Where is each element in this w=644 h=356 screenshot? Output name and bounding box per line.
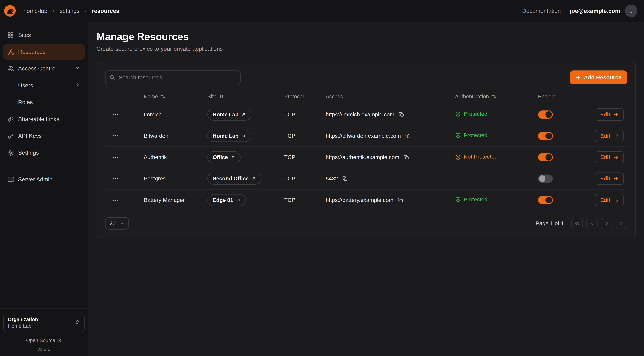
arrow-up-right-icon [242, 112, 246, 117]
arrow-up-right-icon [252, 176, 256, 181]
chevron-right-icon [75, 82, 80, 89]
edit-button[interactable]: Edit [595, 130, 624, 142]
breadcrumb-settings[interactable]: settings [60, 8, 80, 14]
sidebar-item-label: Users [18, 82, 33, 89]
sidebar-item-label: API Keys [18, 133, 42, 139]
site-link[interactable]: Edge 01 [208, 194, 246, 206]
enabled-toggle[interactable] [538, 196, 553, 204]
sort-icon [160, 94, 166, 99]
add-resource-label: Add Resource [584, 74, 622, 81]
search-input[interactable] [105, 70, 241, 84]
search-icon [109, 75, 115, 80]
sidebar-footer-divider [0, 308, 88, 309]
resource-name: Postgres [144, 176, 166, 182]
users-icon [8, 65, 14, 72]
table-footer: 20 Page 1 of 1 [105, 217, 627, 230]
row-actions-button[interactable] [110, 195, 122, 205]
sidebar-item-label: Roles [18, 99, 33, 106]
site-link[interactable]: Home Lab [208, 130, 251, 142]
row-actions-button[interactable] [110, 152, 122, 162]
sort-by-authentication-button[interactable]: Authentication [455, 94, 496, 100]
table-row: Authentik Office TCP https://authentik.e… [105, 146, 627, 168]
column-access: Access [326, 90, 455, 104]
user-email: joe@example.com [570, 8, 620, 14]
waypoints-icon [8, 48, 14, 55]
breadcrumb-separator-icon [83, 8, 88, 14]
table-row: Battery Manager Edge 01 TCP https://batt… [105, 189, 627, 210]
table-header-row: Name Site Protocol A [105, 90, 627, 104]
open-source-link[interactable]: Open Source [3, 338, 84, 343]
row-actions-button[interactable] [110, 131, 122, 141]
enabled-toggle[interactable] [538, 174, 553, 183]
sidebar-item-label: Server Admin [18, 176, 53, 183]
sidebar-item-sites[interactable]: Sites [3, 27, 84, 43]
avatar: J [625, 5, 638, 17]
sidebar-item-server-admin[interactable]: Server Admin [3, 172, 84, 187]
add-resource-button[interactable]: Add Resource [570, 70, 627, 84]
previous-page-button[interactable] [586, 218, 598, 229]
copy-button[interactable] [342, 175, 349, 182]
toggle-thumb [539, 175, 546, 182]
organization-value: Home Lab [8, 323, 38, 329]
shield-check-icon [455, 197, 461, 202]
sidebar-item-access-control[interactable]: Access Control [3, 61, 84, 76]
page-size-select[interactable]: 20 [105, 217, 129, 230]
copy-button[interactable] [403, 154, 410, 161]
protocol-value: TCP [284, 154, 295, 160]
enabled-toggle[interactable] [538, 110, 553, 119]
enabled-toggle[interactable] [538, 153, 553, 161]
column-enabled: Enabled [538, 90, 594, 104]
topbar-right: Documentation joe@example.com J [522, 5, 638, 17]
resource-name: Battery Manager [144, 197, 185, 203]
auth-status-badge: - [455, 176, 457, 182]
sidebar-nav: Sites Resources Access Control Users Rol… [3, 27, 84, 187]
shield-off-icon [455, 154, 461, 160]
edit-button[interactable]: Edit [595, 172, 624, 185]
enabled-toggle[interactable] [538, 132, 553, 140]
sidebar-item-users[interactable]: Users [3, 78, 84, 93]
user-menu-button[interactable]: joe@example.com J [570, 5, 638, 17]
app-window: home-lab settings resources Documentatio… [0, 0, 644, 356]
pangolin-logo[interactable] [4, 5, 16, 17]
arrow-up-right-icon [236, 198, 240, 202]
sidebar-item-settings[interactable]: Settings [3, 145, 84, 160]
site-link[interactable]: Second Office [208, 173, 262, 184]
arrow-right-icon [613, 155, 619, 160]
copy-button[interactable] [405, 132, 412, 139]
breadcrumb: home-lab settings resources [23, 8, 119, 14]
ellipsis-icon [112, 197, 119, 203]
protocol-value: TCP [284, 176, 295, 182]
column-edit [594, 90, 627, 104]
sidebar-item-roles[interactable]: Roles [3, 94, 84, 110]
copy-button[interactable] [397, 196, 404, 204]
sort-by-name-button[interactable]: Name [144, 94, 166, 100]
first-page-button[interactable] [571, 218, 583, 229]
gear-icon [8, 150, 14, 156]
sidebar-item-shareable-links[interactable]: Shareable Links [3, 111, 84, 127]
breadcrumb-current: resources [92, 8, 119, 14]
edit-button[interactable]: Edit [595, 151, 624, 164]
edit-button[interactable]: Edit [595, 194, 624, 206]
row-actions-button[interactable] [110, 110, 122, 120]
sidebar-item-resources[interactable]: Resources [3, 44, 84, 60]
server-icon [8, 176, 14, 183]
copy-button[interactable] [398, 111, 405, 118]
sort-icon [219, 94, 224, 99]
site-link[interactable]: Home Lab [208, 108, 251, 120]
version-label: v1.3.0 [3, 346, 84, 352]
organization-selector[interactable]: Organization Home Lab [3, 314, 84, 332]
edit-button[interactable]: Edit [595, 108, 624, 121]
next-page-button[interactable] [601, 218, 612, 229]
site-link[interactable]: Office [208, 151, 240, 163]
page-title: Manage Resources [96, 31, 636, 42]
sort-by-site-button[interactable]: Site [208, 94, 224, 100]
sidebar-item-api-keys[interactable]: API Keys [3, 128, 84, 144]
arrow-up-right-icon [231, 155, 235, 160]
breadcrumb-org[interactable]: home-lab [23, 8, 48, 14]
documentation-link[interactable]: Documentation [522, 8, 561, 14]
last-page-button[interactable] [616, 218, 627, 229]
page-info: Page 1 of 1 [536, 220, 564, 226]
sidebar-item-label: Sites [18, 32, 31, 38]
row-actions-button[interactable] [110, 174, 122, 184]
toggle-thumb [546, 111, 552, 118]
